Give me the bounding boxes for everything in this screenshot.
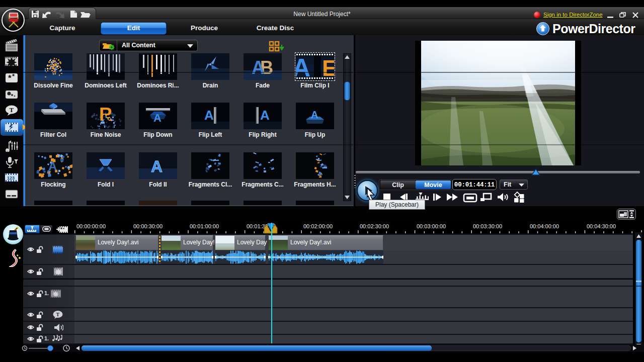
svg-text:T: T	[56, 312, 60, 317]
